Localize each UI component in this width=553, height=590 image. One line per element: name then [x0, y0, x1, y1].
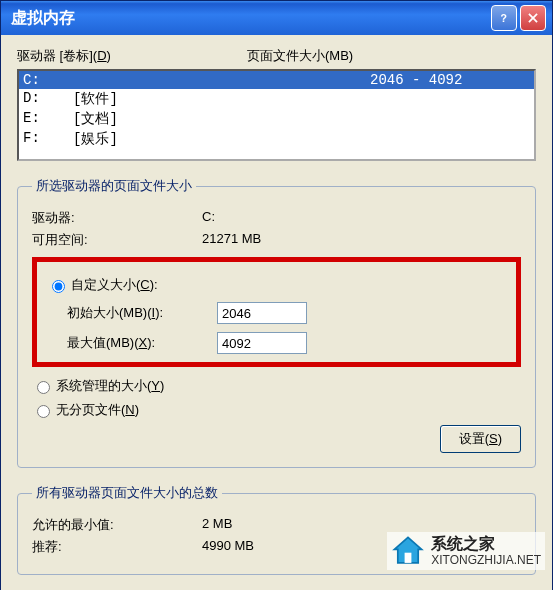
selected-drive-group: 所选驱动器的页面文件大小 驱动器: C: 可用空间: 21271 MB 自定义大… [17, 177, 536, 468]
min-allowed-label: 允许的最小值: [32, 516, 202, 534]
help-icon: ? [497, 11, 511, 25]
radio-system-managed[interactable] [37, 381, 50, 394]
total-size-legend: 所有驱动器页面文件大小的总数 [32, 484, 222, 502]
radio-none-label: 无分页文件(N) [56, 401, 139, 419]
radio-custom-label: 自定义大小(C): [71, 276, 158, 294]
drive-row[interactable]: C: 2046 - 4092 [19, 71, 534, 89]
virtual-memory-dialog: 虚拟内存 ? 驱动器 [卷标](D) 页面文件大小(MB) C: 2046 - … [0, 0, 553, 590]
radio-custom-size[interactable] [52, 280, 65, 293]
watermark-text: 系统之家 XITONGZHIJIA.NET [431, 534, 541, 568]
recommended-label: 推荐: [32, 538, 202, 556]
free-space-value: 21271 MB [202, 231, 261, 249]
list-header: 驱动器 [卷标](D) 页面文件大小(MB) [17, 47, 536, 65]
drive-row[interactable]: F: [娱乐] [19, 129, 534, 149]
house-icon [391, 534, 425, 568]
max-size-input[interactable] [217, 332, 307, 354]
close-button[interactable] [520, 5, 546, 31]
svg-rect-4 [405, 553, 412, 563]
drive-row[interactable]: D: [软件] [19, 89, 534, 109]
selected-drive-legend: 所选驱动器的页面文件大小 [32, 177, 196, 195]
close-icon [526, 11, 540, 25]
watermark: 系统之家 XITONGZHIJIA.NET [387, 532, 545, 570]
free-space-label: 可用空间: [32, 231, 202, 249]
min-allowed-value: 2 MB [202, 516, 232, 534]
drive-value: C: [202, 209, 215, 227]
svg-text:?: ? [501, 12, 507, 24]
drive-row[interactable]: E: [文档] [19, 109, 534, 129]
drive-label: 驱动器: [32, 209, 202, 227]
window-title: 虚拟内存 [11, 8, 488, 29]
drive-column-label: 驱动器 [卷标](D) [17, 47, 247, 65]
max-size-label: 最大值(MB)(X): [67, 334, 217, 352]
dialog-content: 驱动器 [卷标](D) 页面文件大小(MB) C: 2046 - 4092 D:… [1, 35, 552, 590]
radio-no-paging[interactable] [37, 405, 50, 418]
highlight-box: 自定义大小(C): 初始大小(MB)(I): 最大值(MB)(X): [32, 257, 521, 367]
radio-system-label: 系统管理的大小(Y) [56, 377, 164, 395]
recommended-value: 4990 MB [202, 538, 254, 556]
initial-size-label: 初始大小(MB)(I): [67, 304, 217, 322]
initial-size-input[interactable] [217, 302, 307, 324]
help-button[interactable]: ? [491, 5, 517, 31]
drive-listbox[interactable]: C: 2046 - 4092 D: [软件] E: [文档] F: [娱乐] [17, 69, 536, 161]
set-button[interactable]: 设置(S) [440, 425, 521, 453]
titlebar: 虚拟内存 ? [1, 1, 552, 35]
pagefile-column-label: 页面文件大小(MB) [247, 47, 353, 65]
